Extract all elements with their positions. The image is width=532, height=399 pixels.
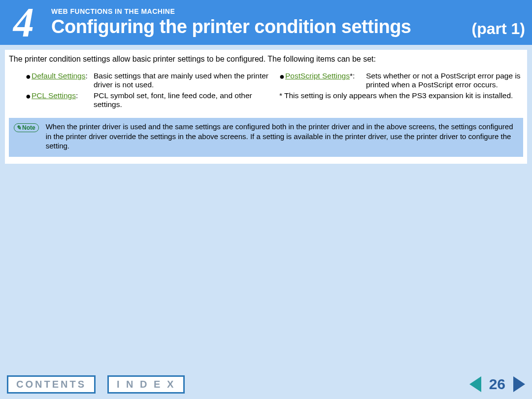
document-page: 4 WEB FUNCTIONS IN THE MACHINE Configuri… xyxy=(0,0,532,399)
item-term: PCL Settings: xyxy=(32,91,91,109)
pcl-settings-link[interactable]: PCL Settings xyxy=(32,91,76,100)
footer-left: CONTENTS I N D E X xyxy=(7,375,185,394)
note-icon: ✎ xyxy=(16,124,21,131)
item-description: PCL symbol set, font, line feed code, an… xyxy=(94,91,269,109)
right-column: ● PostScript Settings*: Sets whether or … xyxy=(279,72,523,111)
default-settings-link[interactable]: Default Settings xyxy=(32,72,85,80)
left-column: ● Default Settings: Basic settings that … xyxy=(26,72,269,111)
note-badge: ✎Note xyxy=(14,123,39,132)
prev-page-icon[interactable] xyxy=(469,376,481,392)
note-text: When the printer driver is used and the … xyxy=(46,122,518,151)
contents-button[interactable]: CONTENTS xyxy=(7,375,96,394)
list-item: ● PCL Settings: PCL symbol set, font, li… xyxy=(26,91,269,109)
list-item: ● PostScript Settings*: Sets whether or … xyxy=(279,72,523,89)
chapter-number: 4 xyxy=(0,0,47,45)
note-box: ✎Note When the printer driver is used an… xyxy=(9,118,523,157)
term-suffix: : xyxy=(85,72,87,80)
chapter-number-value: 4 xyxy=(13,2,34,43)
term-suffix: : xyxy=(353,72,355,80)
footnote: * This setting is only appears when the … xyxy=(279,91,523,100)
list-item: ● Default Settings: Basic settings that … xyxy=(26,72,269,89)
item-description: Basic settings that are mainly used when… xyxy=(94,72,269,89)
page-title: Configuring the printer condition settin… xyxy=(51,16,532,37)
intro-text: The printer condition settings allow bas… xyxy=(9,55,523,64)
index-button[interactable]: I N D E X xyxy=(107,375,185,394)
next-page-icon[interactable] xyxy=(513,376,525,392)
note-badge-label: Note xyxy=(22,124,35,131)
footnote-star: * xyxy=(279,91,284,100)
section-label: WEB FUNCTIONS IN THE MACHINE xyxy=(51,7,532,15)
term-suffix: : xyxy=(76,91,78,100)
bullet-icon: ● xyxy=(26,72,32,89)
item-term: PostScript Settings*: xyxy=(285,72,363,89)
bullet-icon: ● xyxy=(279,72,285,89)
item-term: Default Settings: xyxy=(32,72,91,89)
part-label: (part 1) xyxy=(472,20,525,38)
settings-columns: ● Default Settings: Basic settings that … xyxy=(26,72,523,111)
page-number: 26 xyxy=(489,376,505,393)
footnote-text: This setting is only appears when the PS… xyxy=(284,91,513,100)
header-text-block: WEB FUNCTIONS IN THE MACHINE Configuring… xyxy=(47,0,532,45)
page-header: 4 WEB FUNCTIONS IN THE MACHINE Configuri… xyxy=(0,0,532,45)
content-area: The printer condition settings allow bas… xyxy=(5,50,527,164)
postscript-settings-link[interactable]: PostScript Settings xyxy=(285,72,350,80)
footer-right: 26 xyxy=(469,376,525,393)
item-description: Sets whether or not a PostScript error p… xyxy=(366,72,523,89)
page-footer: CONTENTS I N D E X 26 xyxy=(0,369,532,399)
bullet-icon: ● xyxy=(26,91,32,109)
